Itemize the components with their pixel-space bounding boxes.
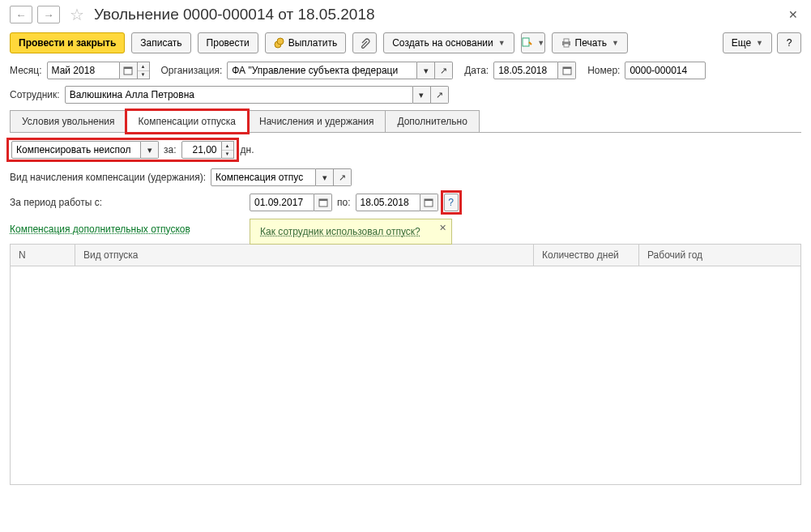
- compensate-type-group: ▾: [11, 141, 159, 159]
- employee-input[interactable]: [65, 86, 413, 104]
- more-label: Еще: [732, 37, 751, 49]
- col-leave-type: Вид отпуска: [75, 245, 534, 266]
- create-based-button[interactable]: Создать на основании ▼: [383, 32, 514, 53]
- period-row: За период работы с: по: ?: [10, 193, 801, 212]
- col-work-year: Рабочий год: [639, 245, 801, 266]
- chevron-down-icon: ▼: [612, 39, 619, 47]
- days-input[interactable]: [181, 141, 222, 159]
- save-button[interactable]: Записать: [131, 32, 190, 53]
- chevron-down-icon: ▼: [537, 39, 544, 47]
- calendar-icon[interactable]: [120, 62, 138, 79]
- open-icon[interactable]: ↗: [334, 168, 352, 186]
- number-input[interactable]: [625, 62, 706, 79]
- col-n: N: [11, 245, 75, 266]
- days-unit-label: дн.: [241, 144, 254, 155]
- org-label: Организация:: [161, 65, 223, 76]
- window-header: ← → ☆ Увольнение 0000-000014 от 18.05.20…: [10, 5, 801, 24]
- pay-label: Выплатить: [288, 37, 338, 49]
- dropdown-icon[interactable]: ▾: [141, 141, 159, 159]
- compensate-row: ▾ за: ▲ ▼ дн.: [10, 141, 801, 159]
- month-label: Месяц:: [10, 65, 42, 76]
- employee-label: Сотрудник:: [10, 89, 60, 100]
- accrual-label: Вид начисления компенсации (удержания):: [10, 172, 206, 183]
- tabs: Условия увольнения Компенсации отпуска Н…: [10, 110, 801, 133]
- tab-conditions[interactable]: Условия увольнения: [10, 110, 127, 132]
- svg-rect-5: [564, 44, 569, 47]
- tab-additional[interactable]: Дополнительно: [385, 110, 479, 132]
- for-label: за:: [164, 144, 177, 155]
- fields-row-2: Сотрудник: ▾ ↗: [10, 86, 801, 104]
- month-up-button[interactable]: ▲: [138, 62, 149, 71]
- fields-row-1: Месяц: ▲ ▼ Организация: ▾ ↗ Дата: Номер:: [10, 62, 801, 79]
- calendar-icon[interactable]: [314, 194, 332, 211]
- print-button[interactable]: Печать ▼: [552, 32, 628, 53]
- period-to-label: по:: [337, 197, 351, 208]
- org-input-group: ▾ ↗: [227, 62, 453, 79]
- printer-icon: [561, 37, 572, 49]
- col-days: Количество дней: [534, 245, 639, 266]
- main-toolbar: Провести и закрыть Записать Провести Вып…: [10, 32, 801, 53]
- svg-rect-13: [425, 199, 433, 201]
- svg-rect-9: [563, 67, 571, 69]
- accrual-row: Вид начисления компенсации (удержания): …: [10, 168, 801, 186]
- org-input[interactable]: [227, 62, 417, 79]
- days-up-button[interactable]: ▲: [222, 142, 233, 151]
- compensate-type-input[interactable]: [11, 141, 141, 159]
- tab-accruals[interactable]: Начисления и удержания: [247, 110, 386, 132]
- period-from-group: [250, 194, 332, 211]
- extra-leave-table: N Вид отпуска Количество дней Рабочий го…: [10, 244, 801, 266]
- attachment-button[interactable]: [352, 32, 377, 53]
- help-button[interactable]: ?: [777, 32, 801, 53]
- days-input-group: ▲ ▼: [181, 141, 234, 159]
- period-from-input[interactable]: [250, 194, 314, 211]
- number-label: Номер:: [587, 65, 620, 76]
- accrual-input-group: ▾ ↗: [211, 168, 352, 186]
- month-down-button[interactable]: ▼: [138, 71, 149, 79]
- chevron-down-icon: ▼: [498, 39, 506, 47]
- dropdown-icon[interactable]: ▾: [413, 86, 431, 104]
- paperclip-icon: [359, 37, 370, 49]
- document-icon: [521, 37, 532, 49]
- month-input-group: ▲ ▼: [47, 62, 150, 79]
- post-button[interactable]: Провести: [198, 32, 258, 53]
- days-down-button[interactable]: ▼: [222, 151, 233, 159]
- period-to-group: [356, 194, 438, 211]
- create-based-label: Создать на основании: [392, 37, 493, 49]
- date-label: Дата:: [464, 65, 489, 76]
- svg-rect-4: [564, 39, 569, 42]
- dropdown-icon[interactable]: ▾: [417, 62, 435, 79]
- post-and-close-button[interactable]: Провести и закрыть: [10, 32, 125, 53]
- calendar-icon[interactable]: [558, 62, 576, 79]
- coins-icon: [274, 37, 285, 49]
- tooltip-link[interactable]: Как сотрудник использовал отпуск?: [260, 226, 420, 237]
- open-icon[interactable]: ↗: [431, 86, 449, 104]
- more-button[interactable]: Еще ▼: [723, 32, 772, 53]
- date-input-group: [493, 62, 576, 79]
- employee-input-group: ▾ ↗: [65, 86, 449, 104]
- close-icon[interactable]: ✕: [785, 8, 801, 21]
- accrual-input[interactable]: [211, 168, 316, 186]
- vacation-usage-tooltip: ✕ Как сотрудник использовал отпуск?: [250, 219, 452, 245]
- dropdown-icon[interactable]: ▾: [316, 168, 334, 186]
- page-title: Увольнение 0000-000014 от 18.05.2018: [94, 6, 375, 23]
- print-label: Печать: [575, 37, 607, 49]
- svg-rect-11: [319, 199, 327, 201]
- period-to-input[interactable]: [356, 194, 420, 211]
- calendar-icon[interactable]: [420, 194, 438, 211]
- open-icon[interactable]: ↗: [435, 62, 453, 79]
- star-icon[interactable]: ☆: [70, 5, 84, 24]
- month-input[interactable]: [47, 62, 120, 79]
- table-body-empty: [10, 266, 801, 485]
- nav-forward-button[interactable]: →: [37, 6, 60, 23]
- nav-back-button[interactable]: ←: [10, 6, 32, 23]
- chevron-down-icon: ▼: [756, 39, 763, 47]
- period-help-button[interactable]: ?: [444, 194, 459, 211]
- document-action-button[interactable]: ▼: [521, 32, 545, 53]
- svg-point-1: [277, 38, 284, 45]
- extra-compensation-link[interactable]: Компенсация дополнительных отпусков: [10, 223, 190, 235]
- pay-button[interactable]: Выплатить: [265, 32, 347, 53]
- date-input[interactable]: [493, 62, 558, 79]
- svg-rect-2: [523, 38, 529, 46]
- tooltip-close-icon[interactable]: ✕: [439, 223, 446, 233]
- tab-compensations[interactable]: Компенсации отпуска: [126, 110, 248, 133]
